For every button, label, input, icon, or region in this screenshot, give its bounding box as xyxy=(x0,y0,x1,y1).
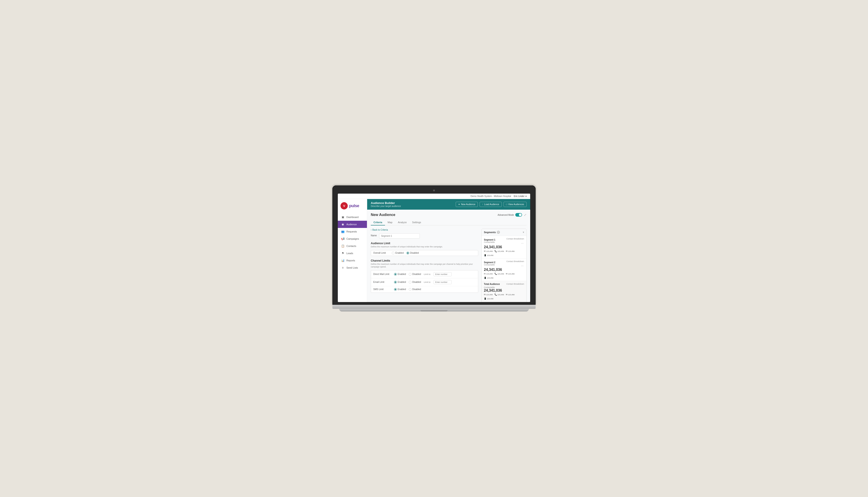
breakdown-item: 📞 123,456 xyxy=(494,273,504,275)
sms-row: SMS Limit Enabled xyxy=(371,286,478,293)
view-audiences-button[interactable]: □ View Audiences xyxy=(504,202,526,207)
direct-mail-disabled[interactable]: Disabled xyxy=(409,273,421,275)
sms-enabled[interactable]: Enabled xyxy=(394,288,406,291)
phone-icon: 📞 xyxy=(494,250,497,252)
direct-mail-limit-to: Limit to: xyxy=(424,273,431,275)
segment-1-right: Contact Breakdown ... xyxy=(506,238,524,244)
sidebar-item-campaigns[interactable]: 📢 Campaigns xyxy=(338,235,367,242)
left-column: ‹ Back to Criteria Name xyxy=(371,229,478,302)
segment-1-count: 24,341,036 xyxy=(484,245,524,249)
sidebar-item-contacts[interactable]: 📋 Contacts xyxy=(338,242,367,250)
segments-panel: Segments ? ▾ xyxy=(481,229,526,302)
sidebar-logo: V pulse xyxy=(338,199,367,213)
load-audience-button[interactable]: ↑ Load Audience xyxy=(480,202,502,207)
breakdown-item: ✉ 123,456 xyxy=(506,273,515,275)
direct-mail-disabled-label: Disabled xyxy=(412,273,421,275)
total-breakdown-row: ✉ 123,456 📞 123,456 xyxy=(484,294,524,300)
reports-icon: 📊 xyxy=(341,259,345,262)
sidebar-item-dashboard[interactable]: ▣ Dashboard xyxy=(338,213,367,221)
segments-panel-header: Segments ? ▾ xyxy=(482,229,526,236)
sidebar-nav: ▣ Dashboard ◉ Audience 👥 Requests xyxy=(338,213,367,302)
breakdown-item: 📱 123,456 xyxy=(484,298,493,300)
tab-map[interactable]: Map xyxy=(385,219,395,225)
breakdown-val: 123,456 xyxy=(487,277,493,279)
disabled-radio-dot xyxy=(406,252,409,254)
expand-icon[interactable]: ⤢ xyxy=(524,213,526,217)
total-audience-left: Total Audience Contactable xyxy=(484,283,500,288)
phone-icon: 📞 xyxy=(494,273,497,275)
load-icon: ↑ xyxy=(482,203,483,205)
channel-limits-title: Channel Limits xyxy=(371,259,478,262)
tab-analyze-label: Analyze xyxy=(398,221,407,224)
email-limit-to: Limit to: xyxy=(424,281,431,283)
sidebar-item-reports[interactable]: 📊 Reports xyxy=(338,257,367,264)
total-contactable: Contactable xyxy=(484,286,500,288)
tab-analyze[interactable]: Analyze xyxy=(395,219,409,225)
sidebar-item-requests[interactable]: 👥 Requests xyxy=(338,228,367,235)
sms-enabled-dot xyxy=(394,288,397,291)
breakdown-val: 123,456 xyxy=(486,294,493,296)
segment-1-info: Segment 1 Contactable xyxy=(484,239,495,243)
segment-card-1: Segment 1 Contactable Contact Breakdown … xyxy=(482,236,526,258)
topbar-user[interactable]: Eric Linder ▾ xyxy=(514,195,526,197)
back-to-criteria-link[interactable]: ‹ Back to Criteria xyxy=(371,229,478,231)
email-disabled[interactable]: Disabled xyxy=(409,281,421,284)
dashboard-icon: ▣ xyxy=(341,215,345,219)
view-audiences-label: View Audiences xyxy=(508,203,524,205)
breakdown-val: 123,456 xyxy=(508,273,515,275)
load-audience-label: Load Audience xyxy=(484,203,499,205)
segment-2-header: Segment 2 Contactable Contact Breakdown … xyxy=(484,260,524,267)
tab-settings[interactable]: Settings xyxy=(409,219,424,225)
segment-1-more-button[interactable]: ... xyxy=(520,241,524,244)
name-label: Name xyxy=(371,234,377,237)
email-icon: ✉ xyxy=(506,250,508,252)
breakdown-item: 📞 123,456 xyxy=(494,250,504,252)
logo-icon: V xyxy=(341,202,348,210)
email-disabled-label: Disabled xyxy=(412,281,421,283)
channel-limits-section: Channel Limits Define the maximum number… xyxy=(371,259,478,293)
enabled-radio-option[interactable]: Enabled xyxy=(392,252,404,254)
segment-name-input[interactable] xyxy=(379,233,420,239)
tab-map-label: Map xyxy=(388,221,392,224)
segments-chevron-icon[interactable]: ▾ xyxy=(523,231,524,234)
campaigns-icon: 📢 xyxy=(341,237,345,241)
sidebar-item-audience[interactable]: ◉ Audience xyxy=(338,221,367,228)
direct-mail-enabled[interactable]: Enabled xyxy=(394,273,406,275)
contacts-icon: 📋 xyxy=(341,244,345,248)
segment-2-right: Contact Breakdown ... xyxy=(506,260,524,267)
overall-limit-label: Overall Limit xyxy=(373,252,389,254)
email-radio-group: Enabled Disabled xyxy=(394,281,421,284)
advanced-mode-toggle[interactable] xyxy=(515,213,522,217)
breakdown-item: ✉ 123,456 xyxy=(484,273,493,275)
sms-radio-group: Enabled Disabled xyxy=(394,288,421,291)
content-area: Audience Builder Describe your target au… xyxy=(367,199,530,302)
page-tabs: Criteria Map Analyze Settings xyxy=(371,219,526,225)
direct-mail-limit-input[interactable] xyxy=(434,272,452,276)
screen: Demo Health System - Midtown Hospital Er… xyxy=(338,194,530,302)
email-enabled[interactable]: Enabled xyxy=(394,281,406,284)
breakdown-item: 📱 123,456 xyxy=(484,254,493,256)
email-limit-input[interactable] xyxy=(434,280,452,284)
two-col-layout: ‹ Back to Criteria Name xyxy=(371,229,526,302)
new-audience-button[interactable]: ✦ New Audience xyxy=(456,202,478,207)
segment-2-more-button[interactable]: ... xyxy=(520,263,524,267)
breakdown-item: ✉ 123,456 xyxy=(484,250,493,252)
enabled-radio-dot xyxy=(392,252,394,254)
view-icon: □ xyxy=(506,203,507,205)
sms-disabled[interactable]: Disabled xyxy=(409,288,421,291)
topbar: Demo Health System - Midtown Hospital Er… xyxy=(338,194,530,199)
sidebar-item-seed-lists[interactable]: ≡ Seed Lists xyxy=(338,264,367,271)
overall-limit-radio-group: Enabled Disabled xyxy=(392,252,419,254)
email-icon: ✉ xyxy=(506,273,508,275)
sidebar-item-leads[interactable]: ⚑ Leads xyxy=(338,250,367,257)
capture-today-row: Capture Today's Audience xyxy=(482,302,526,302)
new-audience-label: New Audience xyxy=(461,203,475,205)
disabled-radio-option[interactable]: Disabled xyxy=(406,252,419,254)
sms-disabled-dot xyxy=(409,288,411,291)
camera xyxy=(433,189,435,191)
segment-2-info: Segment 2 Contactable xyxy=(484,261,495,266)
tab-criteria-label: Criteria xyxy=(374,221,382,224)
segments-help-icon[interactable]: ? xyxy=(497,231,500,234)
logo-letter: V xyxy=(343,204,345,208)
tab-criteria[interactable]: Criteria xyxy=(371,219,385,225)
